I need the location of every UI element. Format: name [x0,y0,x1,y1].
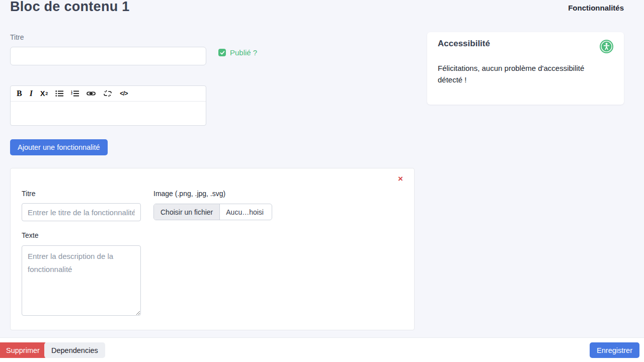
check-icon [220,50,225,55]
save-button[interactable]: Enregistrer [590,342,639,358]
feature-image-file-input[interactable]: Choisir un fichier Aucu…hoisi [153,204,272,220]
published-toggle[interactable]: Publié ? [218,48,257,57]
feature-text-textarea[interactable] [22,245,141,316]
feature-image-label: Image (.png, .jpg, .svg) [153,190,225,198]
page-title: Bloc de contenu 1 [10,0,130,15]
accessibility-panel-title: Accessibilité [438,39,490,49]
delete-button[interactable]: Supprimer [0,342,47,358]
svg-text:2: 2 [71,92,72,95]
feature-title-label: Titre [22,190,35,198]
footer-bar: Supprimer Dependencies Enregistrer [0,337,644,362]
choose-file-button[interactable]: Choisir un fichier [154,204,220,220]
nav-link-fonctionnalites[interactable]: Fonctionnalités [568,4,624,12]
feature-title-input[interactable] [22,203,141,221]
editor-toolbar: B I X2 1 2 [11,86,206,102]
accessibility-message: Félicitations, aucun problème d'accessib… [438,62,604,85]
accessibility-panel: Accessibilité Félicitations, aucun probl… [427,32,624,105]
unordered-list-icon[interactable] [55,90,63,97]
remove-feature-icon[interactable]: × [398,174,403,183]
code-icon[interactable]: </> [120,90,128,97]
editor-content-area[interactable] [11,102,206,126]
ordered-list-icon[interactable]: 1 2 [71,90,79,97]
add-feature-button[interactable]: Ajouter une fonctionnalité [10,139,108,155]
published-checkbox[interactable] [218,49,226,56]
file-status-text: Aucu…hoisi [220,204,270,220]
italic-icon[interactable]: I [30,89,33,98]
published-label: Publié ? [230,48,257,57]
accessibility-icon [600,40,613,53]
unlink-icon[interactable] [103,90,112,97]
dependencies-button[interactable]: Dependencies [44,342,105,358]
feature-text-label: Texte [22,231,38,239]
link-icon[interactable] [87,90,96,97]
superscript-icon[interactable]: X2 [40,90,48,97]
superscript-exp: 2 [45,92,48,96]
superscript-base: X [40,90,45,97]
rich-text-editor: B I X2 1 2 [10,85,206,126]
feature-card: × Titre Image (.png, .jpg, .svg) Choisir… [10,168,415,330]
block-title-label: Titre [10,33,24,41]
bold-icon[interactable]: B [17,89,22,98]
block-title-input[interactable] [10,47,206,65]
